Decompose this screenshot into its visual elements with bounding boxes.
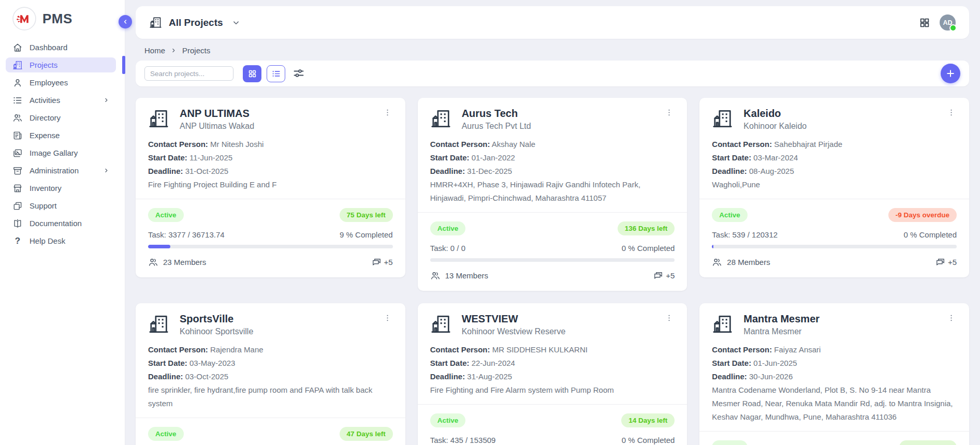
building-icon — [430, 108, 451, 129]
members-icon — [430, 271, 441, 281]
start-date-value: 01-Jan-2022 — [472, 153, 515, 162]
project-card-aurus-tech[interactable]: Aurus Tech Aurus Tech Pvt Ltd Contact Pe… — [418, 98, 688, 291]
sidebar-item-dashboard[interactable]: Dashboard — [6, 40, 116, 55]
sidebar-item-label: Administration — [30, 166, 79, 175]
project-subtitle: ANP Ultimas Wakad — [180, 122, 254, 131]
members-count: 28 Members — [712, 257, 770, 268]
project-subtitle: Kohinoor Kaleido — [743, 122, 807, 131]
plus-icon — [945, 68, 956, 79]
project-card-westview[interactable]: WESTVIEW Kohinoor Westview Reserve Conta… — [418, 303, 688, 445]
sidebar-collapse-button[interactable] — [119, 15, 132, 28]
sidebar-item-administration[interactable]: Administration — [6, 163, 116, 178]
sidebar-item-directory[interactable]: Directory — [6, 110, 116, 125]
contact-person-label: Contact Person: — [430, 140, 490, 149]
progress-fill — [148, 245, 170, 248]
card-menu-button[interactable] — [382, 313, 393, 323]
deadline-label: Deadline: — [712, 167, 747, 175]
days-badge: -9 Days overdue — [888, 208, 957, 222]
sidebar-item-label: Activities — [30, 96, 60, 105]
status-badge: Active — [430, 221, 466, 235]
avatar[interactable]: AD — [940, 14, 956, 31]
dots-vertical-icon — [383, 108, 392, 117]
sliders-icon — [292, 67, 307, 80]
chat-icon — [371, 257, 382, 268]
project-title: Mantra Mesmer — [743, 313, 820, 325]
card-menu-button[interactable] — [382, 107, 393, 118]
project-description: fire sprinkler, fire hydrant,fire pump r… — [148, 383, 393, 410]
contact-person-label: Contact Person: — [148, 345, 208, 354]
dots-vertical-icon — [665, 314, 674, 322]
dots-vertical-icon — [665, 108, 674, 117]
contact-person-value: Faiyaz Ansari — [774, 345, 821, 354]
sidebar-item-inventory[interactable]: Inventory — [6, 181, 116, 196]
chat-button[interactable]: +5 — [934, 257, 957, 268]
sidebar-item-label: Help Desk — [30, 236, 65, 245]
grid-view-button[interactable] — [243, 65, 261, 82]
chat-count: +5 — [384, 258, 393, 266]
breadcrumb-projects[interactable]: Projects — [182, 46, 210, 55]
deadline-label: Deadline: — [430, 372, 465, 381]
contact-person-value: Mr Nitesh Joshi — [210, 140, 264, 149]
sidebar-item-employees[interactable]: Employees — [6, 75, 116, 90]
sidebar-item-label: Inventory — [30, 184, 62, 192]
list-view-icon — [271, 69, 281, 79]
completed-percent: 0 % Completed — [622, 244, 675, 253]
chat-button[interactable]: +5 — [371, 257, 393, 268]
filter-button[interactable] — [292, 66, 307, 81]
start-date-value: 01-Jun-2025 — [753, 359, 797, 367]
card-menu-button[interactable] — [664, 107, 675, 118]
sidebar-item-image-gallary[interactable]: Image Gallary — [6, 145, 116, 160]
completed-percent: 9 % Completed — [340, 230, 393, 239]
list-view-button[interactable] — [267, 65, 285, 82]
receipt-icon — [12, 130, 23, 141]
project-subtitle: Kohinoor Sportsville — [180, 327, 253, 336]
building-icon — [148, 108, 169, 129]
project-scope-dropdown[interactable]: All Projects — [149, 16, 241, 29]
chevron-down-icon — [231, 18, 241, 27]
sidebar-item-support[interactable]: Support — [6, 198, 116, 213]
card-menu-button[interactable] — [664, 313, 675, 323]
search-input[interactable] — [144, 66, 233, 81]
sidebar-item-documentation[interactable]: Documentation — [6, 216, 116, 231]
sidebar-item-expense[interactable]: Expense — [6, 128, 116, 143]
contact-person-label: Contact Person: — [148, 140, 208, 149]
project-card-mantra-mesmer[interactable]: Mantra Mesmer Mantra Mesmer Contact Pers… — [699, 303, 969, 445]
add-project-button[interactable] — [941, 64, 960, 83]
start-date-value: 03-Mar-2024 — [753, 153, 798, 162]
sidebar-nav: Dashboard Projects Employees Activities … — [0, 40, 125, 248]
chat-count: +5 — [666, 271, 675, 280]
members-icon — [712, 257, 722, 268]
task-count: Task: 0 / 0 — [430, 244, 465, 253]
breadcrumb: Home Projects — [144, 46, 968, 55]
start-date-value: 22-Jun-2024 — [472, 359, 515, 367]
deadline-label: Deadline: — [148, 372, 183, 381]
sidebar: PMS Dashboard Projects Employees Activit… — [0, 0, 125, 445]
project-subtitle: Aurus Tech Pvt Ltd — [462, 122, 531, 131]
card-menu-button[interactable] — [946, 107, 957, 118]
card-menu-button[interactable] — [946, 313, 957, 323]
home-icon — [12, 42, 23, 53]
projects-toolbar — [136, 61, 969, 86]
contact-person-label: Contact Person: — [712, 345, 772, 354]
contact-person-label: Contact Person: — [712, 140, 772, 149]
days-badge: 47 Days left — [340, 427, 393, 441]
start-date-value: 11-Jun-2025 — [189, 153, 232, 162]
project-card-sportsville[interactable]: SportsVille Kohinoor Sportsville Contact… — [136, 303, 405, 445]
project-card-kaleido[interactable]: Kaleido Kohinoor Kaleido Contact Person:… — [699, 98, 969, 277]
start-date-label: Start Date: — [712, 153, 751, 162]
project-title: Kaleido — [743, 107, 807, 120]
sidebar-item-activities[interactable]: Activities — [6, 93, 116, 108]
building-icon — [712, 314, 733, 335]
task-count: Task: 435 / 153509 — [430, 436, 496, 444]
sidebar-item-help-desk[interactable]: ? Help Desk — [6, 233, 116, 248]
app-logo: PMS — [0, 0, 125, 36]
days-badge: 75 Days left — [340, 208, 393, 222]
apps-grid-button[interactable] — [919, 17, 930, 28]
deadline-label: Deadline: — [712, 372, 747, 381]
sidebar-item-label: Image Gallary — [30, 149, 78, 157]
building-icon — [712, 108, 733, 129]
sidebar-item-projects[interactable]: Projects — [6, 57, 116, 72]
project-card-anp-ultimas[interactable]: ANP ULTIMAS ANP Ultimas Wakad Contact Pe… — [136, 98, 405, 277]
chat-button[interactable]: +5 — [652, 270, 675, 281]
breadcrumb-home[interactable]: Home — [144, 46, 165, 55]
